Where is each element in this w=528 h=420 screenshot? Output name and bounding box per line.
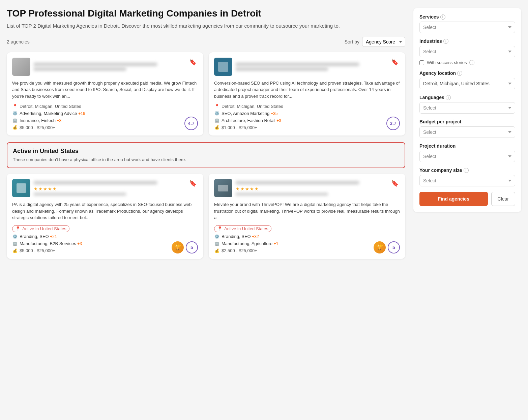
- agency-desc-1: We provide you with measured growth thro…: [12, 80, 198, 100]
- bookmark-button-2[interactable]: 🔖: [390, 58, 400, 66]
- industries-filter-label: Industries: [419, 38, 442, 44]
- industries-icon-4: 🏢: [214, 241, 219, 246]
- services-icon-4: ⚙️: [214, 234, 219, 239]
- filter-actions: Find agencies Clear: [419, 192, 515, 206]
- location-icon-3: 📍: [15, 226, 21, 231]
- agency-stars-3: ★★★★★: [34, 186, 188, 191]
- filter-group-services: Services i Select: [419, 14, 515, 33]
- agency-tagline-3: [34, 193, 126, 196]
- success-stories-checkbox[interactable]: [419, 60, 424, 65]
- agency-budget-4: $2,500 - $25,000+: [222, 248, 257, 253]
- success-stories-label: With success stories: [427, 60, 467, 65]
- agency-desc-3: PA is a digital agency with 25 years of …: [12, 201, 198, 221]
- services-icon-3: ⚙️: [12, 234, 18, 239]
- bookmark-button-1[interactable]: 🔖: [188, 58, 198, 66]
- agency-location-1: Detroit, Michigan, United States: [20, 104, 81, 109]
- agency-industries-3: Manufacturing, B2B Services +3: [20, 241, 82, 246]
- trophy-icon-4: 🏆: [374, 241, 386, 253]
- agency-score-area-4: 🏆 5: [374, 241, 400, 253]
- company-size-select[interactable]: Select: [419, 175, 515, 186]
- filter-group-languages: Languages i Select: [419, 95, 515, 114]
- duration-select[interactable]: Select: [419, 151, 515, 162]
- agency-tagline-4: [236, 193, 328, 196]
- score-circle-3: 5: [186, 241, 198, 253]
- budget-icon-2: 💰: [214, 125, 219, 130]
- languages-select[interactable]: Select: [419, 102, 515, 114]
- agency-card-3: ★★★★★ 🔖 PA is a digital agency with 25 y…: [7, 174, 203, 259]
- page-subtitle: List of TOP 2 Digital Marketing Agencies…: [7, 22, 405, 30]
- industries-icon-1: 🏢: [12, 118, 18, 123]
- find-agencies-button[interactable]: Find agencies: [419, 192, 488, 206]
- sort-label: Sort by: [345, 39, 359, 44]
- active-section-description: These companies don't have a physical of…: [13, 157, 399, 163]
- active-section-divider: Active in United States These companies …: [7, 142, 405, 168]
- budget-icon-1: 💰: [12, 125, 18, 130]
- filter-group-company-size: Your company size i Select: [419, 168, 515, 186]
- filter-group-industries: Industries i Select With success stories…: [419, 38, 515, 65]
- agency-desc-2: Conversion-based SEO and PPC using AI te…: [214, 80, 400, 100]
- location-filter-label: Agency location: [419, 70, 456, 76]
- agency-logo-4: [214, 179, 232, 197]
- agency-budget-2: $1,000 - $25,000+: [222, 125, 257, 130]
- filter-group-location: Agency location i Detroit, Michigan, Uni…: [419, 70, 515, 89]
- industries-info-icon: i: [443, 39, 448, 44]
- sort-select[interactable]: Agency Score: [362, 37, 405, 47]
- agency-score-area-3: 🏆 5: [172, 241, 198, 253]
- services-icon-1: ⚙️: [12, 111, 18, 116]
- agency-services-4: Branding, SEO +32: [222, 234, 259, 239]
- bookmark-button-3[interactable]: 🔖: [188, 179, 198, 188]
- agency-tagline-1: [34, 67, 126, 71]
- agency-services-3: Branding, SEO +21: [20, 234, 57, 239]
- success-stories-info-icon: i: [469, 60, 474, 65]
- agency-logo-2: [214, 58, 232, 76]
- company-size-filter-label: Your company size: [419, 168, 462, 173]
- top-cards-grid: 🔖 We provide you with measured growth th…: [7, 52, 405, 136]
- agency-card-1: 🔖 We provide you with measured growth th…: [7, 52, 203, 136]
- services-info-icon: i: [440, 14, 445, 20]
- sidebar: Services i Select Industries i Select: [413, 8, 521, 266]
- location-icon-1: 📍: [12, 103, 18, 109]
- agency-name-3: [34, 181, 157, 184]
- agency-budget-1: $5,000 - $25,000+: [20, 125, 55, 130]
- agency-industries-4: Manufacturing, Agriculture +1: [222, 241, 278, 246]
- active-cards-grid: ★★★★★ 🔖 PA is a digital agency with 25 y…: [7, 174, 405, 259]
- clear-button[interactable]: Clear: [491, 192, 515, 206]
- agency-count: 2 agencies: [7, 39, 30, 44]
- agency-location-select[interactable]: Detroit, Michigan, United States: [419, 78, 515, 89]
- agency-desc-4: Elevate your brand with ThrivePOP! We ar…: [214, 201, 400, 221]
- filter-group-budget: Budget per project Select: [419, 119, 515, 138]
- location-icon-4: 📍: [217, 226, 223, 231]
- budget-filter-label: Budget per project: [419, 119, 461, 124]
- budget-icon-4: 💰: [214, 248, 219, 253]
- agency-budget-3: $5,000 - $25,000+: [20, 248, 55, 253]
- agency-meta-4: 📍 Active in United States ⚙️ Branding, S…: [214, 225, 400, 253]
- bookmark-button-4[interactable]: 🔖: [390, 179, 400, 188]
- company-size-info-icon: i: [464, 168, 469, 173]
- budget-select[interactable]: Select: [419, 126, 515, 138]
- industries-select[interactable]: Select: [419, 46, 515, 57]
- agency-name-4: [236, 181, 359, 184]
- agency-industries-1: Insurance, Fintech +3: [20, 118, 61, 123]
- agency-card-4: ★★★★★ 🔖 Elevate your brand with ThrivePO…: [209, 174, 405, 259]
- budget-icon-3: 💰: [12, 248, 18, 253]
- agency-name-1: [34, 63, 157, 66]
- agency-logo-3: [12, 179, 30, 197]
- agency-name-2: [236, 63, 359, 66]
- agency-meta-3: 📍 Active in United States ⚙️ Branding, S…: [12, 225, 198, 253]
- services-icon-2: ⚙️: [214, 111, 219, 116]
- active-location-badge-3: 📍 Active in United States: [12, 225, 69, 232]
- industries-icon-2: 🏢: [214, 118, 219, 123]
- location-info-icon: i: [457, 71, 462, 76]
- agency-meta-2: 📍 Detroit, Michigan, United States ⚙️ SE…: [214, 103, 400, 130]
- filter-panel: Services i Select Industries i Select: [413, 8, 521, 212]
- services-select[interactable]: Select: [419, 22, 515, 33]
- languages-filter-label: Languages: [419, 95, 444, 100]
- trophy-icon-3: 🏆: [172, 241, 184, 253]
- score-circle-4: 5: [388, 241, 400, 253]
- agency-logo-1: [12, 58, 30, 76]
- active-section-heading: Active in United States: [13, 148, 399, 155]
- agency-tagline-2: [236, 67, 328, 71]
- active-location-badge-4: 📍 Active in United States: [214, 225, 271, 232]
- agency-score-2: 3.7: [386, 117, 400, 130]
- services-filter-label: Services: [419, 14, 439, 20]
